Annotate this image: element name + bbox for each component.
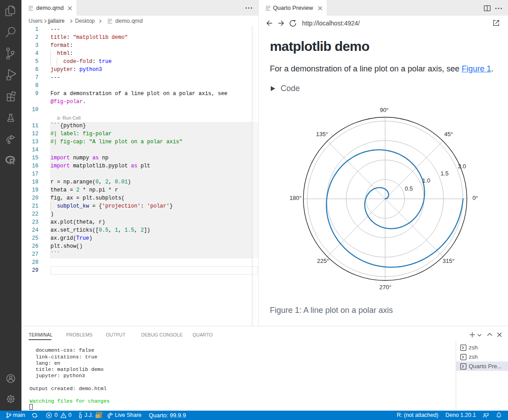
svg-text:0.5: 0.5 xyxy=(405,185,413,192)
svg-text:270°: 270° xyxy=(379,284,391,291)
svg-text:315°: 315° xyxy=(443,258,455,264)
svg-text:90°: 90° xyxy=(380,107,389,113)
svg-text:2.0: 2.0 xyxy=(458,163,466,170)
svg-text:R: R xyxy=(9,158,15,166)
svg-text:45°: 45° xyxy=(444,131,453,137)
svg-text:180°: 180° xyxy=(290,195,302,201)
svg-text:1.0: 1.0 xyxy=(422,177,430,184)
svg-text:1.5: 1.5 xyxy=(441,170,449,177)
svg-text:0°: 0° xyxy=(472,195,478,201)
svg-text:225°: 225° xyxy=(317,258,329,264)
svg-text:135°: 135° xyxy=(316,131,328,137)
